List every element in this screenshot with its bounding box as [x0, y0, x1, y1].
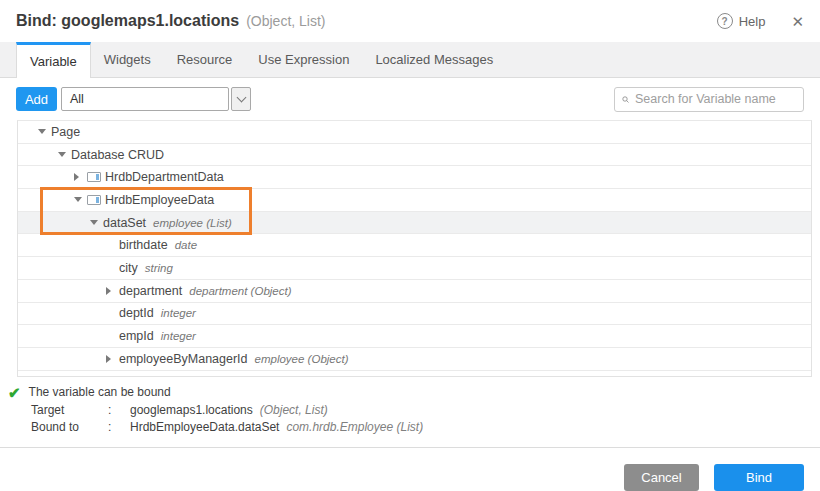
search-input[interactable]: [635, 92, 796, 106]
tree-row[interactable]: Page: [18, 121, 811, 144]
tree-node-label: employeeByManagerId: [119, 352, 248, 366]
dialog-subtitle: (Object, List): [246, 13, 325, 29]
status-rows: Target:googlemaps1.locations(Object, Lis…: [8, 403, 804, 434]
tree-node-label: HrdbEmployeeData: [105, 193, 214, 207]
tree-row[interactable]: citystring: [18, 257, 811, 280]
tree-row[interactable]: deptIdinteger: [18, 303, 811, 326]
close-icon[interactable]: ✕: [791, 14, 804, 29]
add-button[interactable]: Add: [16, 87, 57, 111]
dialog-title: Bind: googlemaps1.locations: [16, 12, 239, 30]
status-row-separator: :: [108, 420, 130, 434]
toolbar: Add All: [0, 78, 820, 120]
variable-search[interactable]: [614, 87, 804, 112]
tree-node-label: Page: [51, 125, 80, 139]
cancel-button[interactable]: Cancel: [624, 464, 699, 491]
tree-node-type: integer: [161, 330, 196, 342]
select-dropdown-button[interactable]: [231, 87, 251, 111]
tree-node-type: string: [145, 262, 173, 274]
bind-status-panel: ✔ The variable can be bound Target:googl…: [0, 377, 820, 440]
tree-node-label: empId: [119, 329, 154, 343]
variable-icon: [87, 195, 101, 205]
tree-node-label: city: [119, 261, 138, 275]
caret-down-icon[interactable]: [90, 220, 103, 225]
status-row-value: googlemaps1.locations: [130, 403, 253, 417]
caret-down-icon[interactable]: [74, 197, 87, 202]
caret-right-icon[interactable]: [106, 355, 119, 363]
tree-node-type: employee (List): [153, 217, 232, 229]
tree-row[interactable]: empIdinteger: [18, 325, 811, 348]
tree-node-label: birthdate: [119, 238, 168, 252]
help-label: Help: [739, 14, 766, 29]
tab-localized-messages[interactable]: Localized Messages: [362, 42, 506, 77]
status-message: The variable can be bound: [29, 385, 171, 399]
tree-node-type: employee (Object): [255, 353, 349, 365]
tree-row[interactable]: employeeByManagerIdemployee (Object): [18, 348, 811, 371]
filter-selected-value: All: [61, 87, 229, 111]
success-check-icon: ✔: [8, 385, 21, 400]
dialog-header: Bind: googlemaps1.locations (Object, Lis…: [0, 0, 820, 42]
tab-bar: VariableWidgetsResourceUse ExpressionLoc…: [0, 42, 820, 78]
bind-button[interactable]: Bind: [714, 464, 804, 491]
tree-node-label: HrdbDepartmentData: [105, 170, 224, 184]
variable-tree: PageDatabase CRUDHrdbDepartmentDataHrdbE…: [17, 120, 812, 377]
tree-row[interactable]: HrdbEmployeeData: [18, 189, 811, 212]
tree-row[interactable]: HrdbDepartmentData: [18, 166, 811, 189]
search-icon: [622, 93, 629, 106]
status-row-separator: :: [108, 403, 130, 417]
tree-node-type: date: [175, 239, 197, 251]
caret-right-icon[interactable]: [106, 287, 119, 295]
tree-node-type: department (Object): [189, 285, 291, 297]
status-row-type: (Object, List): [260, 403, 328, 417]
tree-node-label: deptId: [119, 306, 154, 320]
tab-widgets[interactable]: Widgets: [91, 42, 164, 77]
chevron-down-icon: [236, 93, 246, 103]
status-row-type: com.hrdb.Employee (List): [286, 420, 423, 434]
tree-row[interactable]: Database CRUD: [18, 144, 811, 167]
status-row-label: Bound to: [31, 420, 108, 434]
caret-down-icon[interactable]: [58, 152, 71, 157]
tab-variable[interactable]: Variable: [16, 42, 91, 78]
tab-use-expression[interactable]: Use Expression: [245, 42, 362, 77]
dialog-footer: Cancel Bind: [0, 447, 820, 491]
caret-right-icon[interactable]: [74, 173, 87, 181]
caret-down-icon[interactable]: [38, 129, 51, 134]
status-row-label: Target: [31, 403, 108, 417]
help-button[interactable]: ? Help: [717, 13, 766, 29]
tree-node-label: Database CRUD: [71, 148, 164, 162]
tab-resource[interactable]: Resource: [164, 42, 246, 77]
tree-node-type: integer: [161, 307, 196, 319]
status-row: Bound to:HrdbEmployeeData.dataSetcom.hrd…: [8, 420, 804, 434]
tree-row[interactable]: departmentdepartment (Object): [18, 280, 811, 303]
variable-icon: [87, 172, 101, 182]
tree-node-label: department: [119, 284, 182, 298]
status-row: Target:googlemaps1.locations(Object, Lis…: [8, 403, 804, 417]
tree-row[interactable]: birthdatedate: [18, 234, 811, 257]
question-mark-icon: ?: [717, 13, 733, 29]
tree-node-label: dataSet: [103, 216, 146, 230]
variable-filter-select[interactable]: All: [61, 87, 251, 111]
status-row-value: HrdbEmployeeData.dataSet: [130, 420, 279, 434]
tree-row[interactable]: dataSetemployee (List): [18, 212, 811, 235]
